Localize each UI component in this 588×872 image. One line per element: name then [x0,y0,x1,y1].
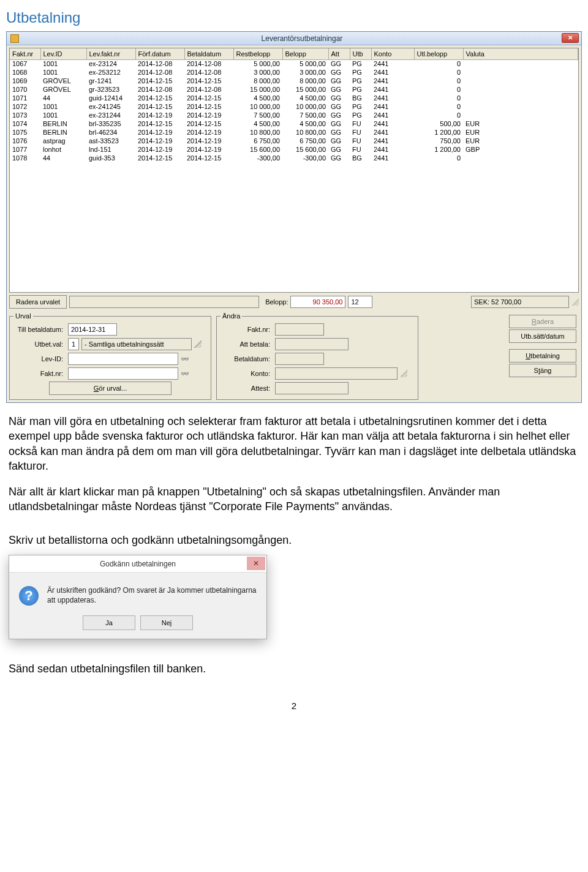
col-att[interactable]: Att [328,48,350,59]
cell-faktnr: 1074 [10,119,40,128]
col-konto[interactable]: Konto [371,48,414,59]
cell-rest: 7 500,00 [233,111,282,119]
utbetval-code-input[interactable] [68,338,79,350]
cell-levid: 1001 [40,102,86,111]
stang-button[interactable]: Stäng [509,364,576,377]
konto-label: Konto: [221,370,273,377]
col-utb[interactable]: Utb [350,48,371,59]
konto-input[interactable] [275,367,398,380]
table-row[interactable]: 107144guid-124142014-12-152014-12-154 50… [10,94,578,102]
table-row[interactable]: 1069GRÖVELgr-12412014-12-152014-12-158 0… [10,77,578,85]
cell-levid: GRÖVEL [40,77,86,85]
cell-levfaktnr: ex-253212 [86,68,135,77]
close-button[interactable]: ✕ [562,33,579,43]
andra-betaldatum-input[interactable] [275,353,324,365]
cell-konto: 2441 [371,154,414,162]
cell-att: GG [328,59,350,68]
body-paragraph-4: Sänd sedan utbetalningsfilen till banken… [0,647,588,676]
levid-label: Lev-ID: [13,355,66,363]
cell-faktnr: 1077 [10,145,40,154]
payouts-window: Leverantörsutbetalningar ✕ Fakt.nr Lev.I… [6,31,582,403]
faktnr-filter-label: Fakt.nr: [13,370,66,377]
col-forfdatum[interactable]: Förf.datum [135,48,184,59]
radera-button[interactable]: Radera [509,315,576,328]
table-row[interactable]: 10671001ex-231242014-12-082014-12-085 00… [10,59,578,68]
levid-input[interactable] [68,353,178,365]
cell-levfaktnr: brl-46234 [86,128,135,137]
cell-forf: 2014-12-08 [135,85,184,94]
col-levfaktnr[interactable]: Lev.fakt.nr [86,48,135,59]
cell-utb: PG [350,59,371,68]
cell-levid: 44 [40,154,86,162]
col-betaldatum[interactable]: Betaldatum [184,48,233,59]
cell-konto: 2441 [371,77,414,85]
cell-att: GG [328,68,350,77]
table-row[interactable]: 1074BERLINbrl-3352352014-12-152014-12-15… [10,119,578,128]
table-row[interactable]: 1075BERLINbrl-462342014-12-192014-12-191… [10,128,578,137]
col-faktnr[interactable]: Fakt.nr [10,48,40,59]
table-row[interactable]: 1070GRÖVELgr-3235232014-12-082014-12-081… [10,85,578,94]
table-row[interactable]: 1077lonhotlnd-1512014-12-192014-12-1915 … [10,145,578,154]
cell-utl: 0 [414,59,463,68]
dialog-yes-button[interactable]: Ja [83,615,135,630]
col-valuta[interactable]: Valuta [463,48,578,59]
cell-att: GG [328,77,350,85]
cell-forf: 2014-12-19 [135,137,184,145]
cell-faktnr: 1068 [10,68,40,77]
utbetval-text [81,338,192,350]
dialog-no-button[interactable]: Nej [140,615,193,630]
radera-urvalet-button[interactable]: Radera urvalet [9,295,67,309]
gor-urval-button[interactable]: GGör urval...ör urval... [49,382,172,395]
col-utlbelopp[interactable]: Utl.belopp [414,48,463,59]
belopp-label: Belopp: [265,298,288,306]
cell-konto: 2441 [371,145,414,154]
att-betala-label: Att betala: [221,340,273,348]
titlebar: Leverantörsutbetalningar ✕ [7,32,581,45]
cell-levid: GRÖVEL [40,85,86,94]
att-betala-input[interactable] [275,338,349,350]
side-button-column: Radera Utb.sätt/datum Utbetalning Stäng [509,310,581,402]
attest-input[interactable] [275,382,349,394]
utbetalning-button[interactable]: Utbetalning [509,349,576,363]
table-row[interactable]: 10721001ex-2412452014-12-152014-12-1510 … [10,102,578,111]
binoculars-icon[interactable]: 👓 [181,369,189,378]
cell-utl: 0 [414,77,463,85]
faktnr-filter-input[interactable] [68,367,178,380]
utb-satt-datum-button[interactable]: Utb.sätt/datum [509,329,576,343]
binoculars-icon[interactable]: 👓 [181,355,189,363]
cell-levfaktnr: gr-1241 [86,77,135,85]
table-row[interactable]: 107844guid-3532014-12-152014-12-15-300,0… [10,154,578,162]
cell-konto: 2441 [371,94,414,102]
col-belopp[interactable]: Belopp [282,48,328,59]
attest-label: Attest: [221,385,273,392]
cell-valuta: EUR [463,128,578,137]
body-paragraph-1: När man vill göra en utbetalning och sel… [0,403,588,473]
urval-group: Urval Till betaldatum: Utbet.val: Lev-ID… [9,312,211,400]
till-betaldatum-input[interactable] [68,323,117,336]
cell-belopp: 4 500,00 [282,119,328,128]
cell-levfaktnr: guid-12414 [86,94,135,102]
cell-levfaktnr: ast-33523 [86,137,135,145]
bottom-panel: Urval Till betaldatum: Utbet.val: Lev-ID… [7,310,581,402]
cell-rest: 4 500,00 [233,119,282,128]
cell-belopp: 4 500,00 [282,94,328,102]
invoice-grid[interactable]: Fakt.nr Lev.ID Lev.fakt.nr Förf.datum Be… [9,48,579,293]
cell-utl: 0 [414,94,463,102]
dialog-close-button[interactable]: ✕ [247,557,265,570]
table-row[interactable]: 1076astpragast-335232014-12-192014-12-19… [10,137,578,145]
cell-utl: 0 [414,85,463,94]
cell-att: GG [328,128,350,137]
table-row[interactable]: 10731001ex-2312442014-12-192014-12-197 5… [10,111,578,119]
table-row[interactable]: 10681001ex-2532122014-12-082014-12-083 0… [10,68,578,77]
col-restbelopp[interactable]: Restbelopp [233,48,282,59]
cell-betal: 2014-12-08 [184,59,233,68]
cell-betal: 2014-12-15 [184,119,233,128]
cell-att: GG [328,102,350,111]
cell-levid: BERLIN [40,128,86,137]
andra-group: Ändra Fakt.nr: Att betala: Betaldatum: K… [216,312,418,400]
cell-faktnr: 1071 [10,94,40,102]
andra-faktnr-input[interactable] [275,323,324,336]
col-levid[interactable]: Lev.ID [40,48,86,59]
cell-att: GG [328,94,350,102]
cell-faktnr: 1067 [10,59,40,68]
